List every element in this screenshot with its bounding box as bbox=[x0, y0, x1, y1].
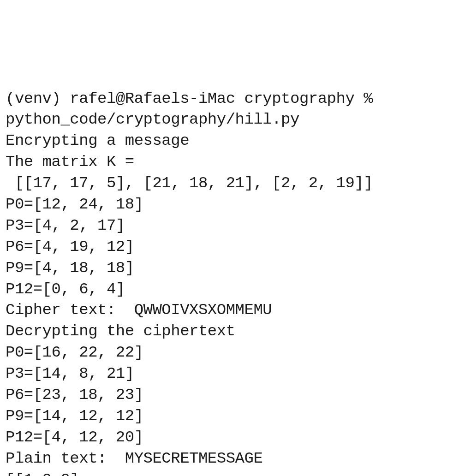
terminal-line: Encrypting a message bbox=[6, 131, 459, 152]
terminal-line: [[17, 17, 5], [21, 18, 21], [2, 2, 19]] bbox=[6, 173, 459, 194]
terminal-line: Decrypting the ciphertext bbox=[6, 321, 459, 342]
terminal-line: [[1 0 0] bbox=[6, 470, 459, 476]
terminal-line: P3=[14, 8, 21] bbox=[6, 363, 459, 385]
terminal-line: Plain text: MYSECRETMESSAGE bbox=[6, 448, 459, 470]
terminal-line: Cipher text: QWWOIVXSXOMMEMU bbox=[6, 300, 459, 321]
terminal-line: P12=[4, 12, 20] bbox=[6, 427, 459, 448]
terminal-line: P12=[0, 6, 4] bbox=[6, 279, 459, 300]
terminal-line: P9=[4, 18, 18] bbox=[6, 258, 459, 279]
terminal-line: P3=[4, 2, 17] bbox=[6, 215, 459, 237]
terminal-line: P6=[4, 19, 12] bbox=[6, 237, 459, 258]
terminal-line: python_code/cryptography/hill.py bbox=[6, 109, 459, 131]
terminal-line: P9=[14, 12, 12] bbox=[6, 406, 459, 427]
terminal-line: P6=[23, 18, 23] bbox=[6, 385, 459, 406]
terminal-line: The matrix K = bbox=[6, 152, 459, 173]
terminal-line: P0=[12, 24, 18] bbox=[6, 194, 459, 215]
terminal-line: (venv) rafel@Rafaels-iMac cryptography % bbox=[6, 89, 459, 110]
terminal-line: P0=[16, 22, 22] bbox=[6, 342, 459, 363]
terminal-output[interactable]: (venv) rafel@Rafaels-iMac cryptography %… bbox=[6, 89, 459, 476]
